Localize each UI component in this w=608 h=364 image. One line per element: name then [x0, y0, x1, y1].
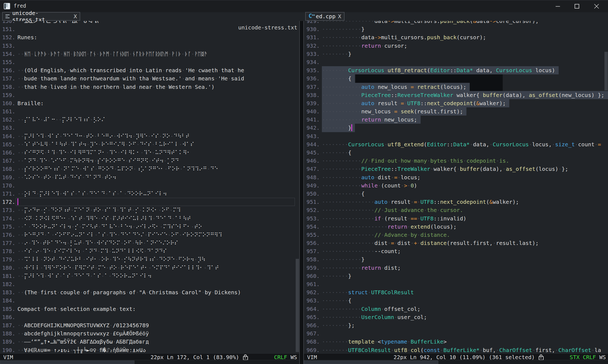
code-line[interactable]: 190.··∀∂∈ℝ∧∪≡∞·↑↗↨↻⇣·┐┼╔╘►☺♀·ﬁ�⑀₂ἠḂӥẄɐː⍎…	[0, 346, 299, 354]
scrollbar-thumb[interactable]	[296, 259, 299, 352]
code-line[interactable]: 189.··–—‘“”„†•…‰™œŠŸž€·ΑΒΓΔΩαβγδω·АБВГДа…	[0, 338, 299, 346]
code-line[interactable]: 962.········struct·UTF8ColResult	[304, 288, 608, 296]
code-line[interactable]: 950.············{	[304, 190, 608, 198]
code-line[interactable]: 161.	[0, 107, 299, 116]
code-line[interactable]: 938.············PieceTree::ReverseTreeWa…	[304, 91, 608, 99]
code-line[interactable]: 154.··ᚻᛖ·ᚳᚹᚫᚦ·ᚦᚫᛏ·ᚻᛖ·ᛒᚢᛞᛖ·ᚩᚾ·ᚦᚫᛗ·ᛚᚪᚾᛞᛖ·ᚾ…	[0, 50, 299, 58]
close-button[interactable]	[590, 2, 603, 11]
code-line[interactable]: 947.············PieceTree::TreeWalker·wa…	[304, 165, 608, 173]
code-line[interactable]: 176.··⠗⠑⠛⠜⠙·⠁·⠊⠕⠋⠋⠔⠤⠝⠁⠊⠇·⠁⠎·⠹⠑·⠙⠑⠁⠙⠑⠌·⠏⠊…	[0, 231, 299, 239]
tab-close-icon[interactable]: X	[338, 13, 341, 20]
code-line[interactable]: 185.Compact·font·selection·example·text:	[0, 305, 299, 313]
editor-pane-right[interactable]: 929.················data->multi_cursors.…	[304, 21, 608, 354]
code-line[interactable]: 961.	[304, 280, 608, 288]
tab-close-icon[interactable]: X	[74, 13, 77, 20]
code-line[interactable]: 157.··bude·thaem·lande·northweardum·with…	[0, 74, 299, 83]
code-line[interactable]: 931.············data->multi_cursors.push…	[304, 33, 608, 41]
code-line[interactable]: 939.············auto·result·=·UTF8::next…	[304, 99, 608, 107]
code-line[interactable]: 181.··⡍⠜⠇⠑⠹·⠺⠁⠎·⠁⠎·⠙⠑⠁⠙·⠁⠎·⠁·⠙⠕⠕⠗⠤⠝⠁⠊⠇⠲	[0, 272, 299, 280]
vertical-scrollbar-left[interactable]	[295, 21, 299, 354]
code-line[interactable]: 956.················dist·=·dist·+·distan…	[304, 239, 608, 247]
code-line[interactable]: 945.········{	[304, 148, 608, 157]
code-line[interactable]: 186.	[0, 313, 299, 321]
code-line[interactable]: 163.	[0, 124, 299, 132]
code-line[interactable]: 965.············UserColumn·user_col;	[304, 313, 608, 321]
scrollbar-thumb[interactable]	[304, 360, 438, 364]
code-line[interactable]: 171.··⡕⠇⠙·⡍⠜⠇⠑⠹·⠺⠁⠎·⠁⠎·⠙⠑⠁⠙·⠁⠎·⠁·⠙⠕⠕⠗⠤⠝⠁…	[0, 190, 299, 198]
code-line[interactable]: 951.················auto·result·=·UTF8::…	[304, 198, 608, 206]
code-line[interactable]: 936.········{	[304, 74, 608, 83]
code-line[interactable]: 184.	[0, 296, 299, 305]
code-line[interactable]: 942.········}	[304, 124, 608, 132]
code-line[interactable]: 960.········}	[304, 272, 608, 280]
editor-pane-left[interactable]: 150.··ᓄᓇᕗᑦ·ᓯᓚᑦᑐᓴᕐᕕᒃ·ᐃᓕᓐᓂᐊᕐᕕᒃ151.152.Rune…	[0, 21, 299, 354]
code-line[interactable]: 954.····················return·extend(lo…	[304, 223, 608, 231]
tab-unicode-stress[interactable]: unicode-stress.txt X	[2, 12, 80, 21]
code-line[interactable]: 959.············return·dist;	[304, 264, 608, 272]
code-line[interactable]: 188.··abcdefghijklmnopqrstuvwxyz·£©µÀÆÖÞ…	[0, 329, 299, 338]
code-line[interactable]: 964.············Column·offset_col;	[304, 305, 608, 313]
code-line[interactable]: 159.	[0, 91, 299, 99]
scrollbar-thumb[interactable]	[604, 52, 608, 90]
code-line[interactable]: 158.··that·he·lived·in·the·northern·land…	[0, 83, 299, 91]
minimize-button[interactable]	[552, 2, 564, 11]
code-line[interactable]: 165.··⠱⠁⠞⠑⠧⠻·⠁⠃⠳⠞·⠹⠁⠞⠲·⡹⠑·⠗⠑⠛⠊⠌⠻·⠕⠋·⠙⠊⠎·…	[0, 140, 299, 148]
code-line[interactable]: 162.··⡌⠁⠧⠑·⠼⠁⠒··⡍⠜⠇⠑⠹⠰⠎·⡣⠕⠌	[0, 116, 299, 124]
code-line[interactable]: 953.················if·(result·==·UTF8::…	[304, 214, 608, 223]
code-line[interactable]: 187.··ABCDEFGHIJKLMNOPQRSTUVWXYZ·/012345…	[0, 321, 299, 329]
horizontal-scrollbar-left[interactable]	[0, 360, 299, 364]
code-line[interactable]: 156.··(Old·English,·which·transcribed·in…	[0, 66, 299, 74]
code-line[interactable]: 170.	[0, 181, 299, 190]
code-line[interactable]: 152.Runes:	[0, 33, 299, 41]
tab-ed-cpp[interactable]: C++ ed.cpp X	[305, 12, 345, 21]
code-line[interactable]: 153.	[0, 42, 299, 50]
code-line[interactable]: 168.··⡎⠊⠗⠕⠕⠛⠑⠰⠎·⠝⠁⠍⠑·⠺⠁⠎·⠛⠕⠕⠙·⠥⠏⠕⠝·⠰⡡⠁⠝⠛…	[0, 165, 299, 173]
code-line[interactable]: 943.	[304, 132, 608, 140]
code-line[interactable]: 169.··⠡⠕⠎⠑·⠞⠕·⠏⠥⠞·⠙⠊⠎·⠙⠁⠝⠙·⠞⠕⠲	[0, 173, 299, 181]
code-line[interactable]: 164.··⡍⠜⠇⠑⠹·⠺⠁⠎·⠙⠑⠁⠙⠒·⠞⠕·⠃⠑⠛⠔·⠺⠊⠹⠲·⡹⠻⠑·⠊…	[0, 132, 299, 140]
code-line[interactable]: 155.	[0, 58, 299, 66]
horizontal-scrollbar-right[interactable]	[304, 360, 608, 364]
code-line[interactable]: 948.············auto·dist·=·locus;	[304, 173, 608, 181]
code-line[interactable]: 183.··(The·first·couple·of·paragraphs·of…	[0, 288, 299, 296]
code-line[interactable]: 932.············return·cursor;	[304, 42, 608, 50]
title-bar[interactable]: fred	[0, 0, 608, 12]
code-line[interactable]: 175.··⠁·⠙⠕⠕⠗⠤⠝⠁⠊⠇⠲·⡊·⠍⠊⠣⠞·⠙⠁⠧⠑·⠃⠑⠲·⠔⠊⠇⠔⠫…	[0, 223, 299, 231]
pane-divider[interactable]	[299, 21, 304, 364]
status-flag-ws: WS	[599, 354, 606, 360]
code-line[interactable]: 946.············//·Find·out·how·many·byt…	[304, 157, 608, 165]
code-line[interactable]: 952.················//·Just·advance·the·…	[304, 206, 608, 214]
code-line[interactable]: 963.········{	[304, 296, 608, 305]
code-line[interactable]: 174.··⠪⠝·⠅⠝⠪⠇⠫⠛⠑⠂·⠱⠁⠞·⠹⠻⠑·⠊⠎·⠏⠜⠞⠊⠊⠥⠇⠜⠇⠹·…	[0, 214, 299, 223]
code-line[interactable]: 173.··⡍⠔⠙⠖·⡊·⠙⠕⠝⠰⠞·⠍⠑⠁⠝·⠞⠕·⠎⠁⠹·⠹⠁⠞·⡊·⠅⠝⠪…	[0, 206, 299, 214]
code-line[interactable]: 968.········template·<typename·BufferLik…	[304, 338, 608, 346]
code-line[interactable]: 955.················//·Advance·by·distan…	[304, 231, 608, 239]
vertical-scrollbar-right[interactable]	[604, 21, 608, 354]
code-line[interactable]: 934.	[304, 58, 608, 66]
maximize-button[interactable]	[571, 2, 583, 11]
code-line[interactable]: 167.··⠁⠝⠙·⠹⠑·⠡⠊⠑⠋·⠍⠳⠗⠝⠻⠲·⡎⠊⠗⠕⠕⠛⠑·⠎⠊⠛⠝⠫·⠊…	[0, 157, 299, 165]
code-line[interactable]: 957.················--count;	[304, 247, 608, 255]
code-line[interactable]: 940.············new_locus·=·seek(result.…	[304, 107, 608, 116]
code-line[interactable]: 178.··⠊⠎·⠔·⠹⠑·⠎⠊⠍⠊⠇⠑⠆·⠁⠝⠙·⠍⠹·⠥⠝⠙⠁⠇⠇⠪⠫·⠙⠁…	[0, 247, 299, 255]
code-line[interactable]: 941.············return·new_locus;	[304, 116, 608, 124]
code-line[interactable]: 969.········UTF8ColResult·utf8·col(const…	[304, 346, 608, 354]
code-line[interactable]: 933.········}	[304, 50, 608, 58]
scrollbar-thumb[interactable]	[0, 360, 134, 364]
code-line[interactable]: 179.··⠩⠁⠇⠇·⠝⠕⠞·⠙⠊⠌⠥⠗⠃·⠊⠞⠂·⠕⠗·⠹⠑·⡊⠳⠝⠞⠗⠹⠰⠎…	[0, 255, 299, 263]
code-line[interactable]: 177.··⠔·⠹⠑·⠞⠗⠁⠙⠑⠲·⡃⠥⠞·⠹⠑·⠺⠊⠎⠙⠕⠍·⠕⠋·⠳⠗·⠁⠝…	[0, 239, 299, 247]
code-line[interactable]: 935.········CursorLocus·utf8_retract(Edi…	[304, 66, 608, 74]
code-line[interactable]: 160.Braille:	[0, 99, 299, 107]
code-line[interactable]: 930.············}	[304, 25, 608, 33]
code-line[interactable]: 172.	[0, 198, 299, 206]
code-line[interactable]: 967.	[304, 329, 608, 338]
code-line[interactable]: 180.··⠺⠊⠇⠇·⠹⠻⠑⠋⠕⠗⠑·⠏⠻⠍⠊⠞·⠍⠑·⠞⠕·⠗⠑⠏⠑⠁⠞⠂·⠑…	[0, 264, 299, 272]
code-line[interactable]: 166.··⠎⠊⠛⠝⠫·⠃⠹·⠹⠑·⠊⠇⠻⠛⠹⠍⠁⠝⠂·⠹⠑·⠊⠇⠻⠅⠂·⠹⠑·…	[0, 148, 299, 157]
code-line[interactable]: 182.	[0, 280, 299, 288]
code-line[interactable]: 937.············auto·new_locus·=·retract…	[304, 83, 608, 91]
code-line[interactable]: 949.············while·(count·>·0)	[304, 181, 608, 190]
code-line[interactable]: 929.················data->multi_cursors.…	[304, 21, 608, 25]
code-line[interactable]: 958.············}	[304, 255, 608, 263]
code-line[interactable]: 944.········CursorLocus·utf8_extend(Edit…	[304, 140, 608, 148]
code-line[interactable]: 966.········};	[304, 321, 608, 329]
